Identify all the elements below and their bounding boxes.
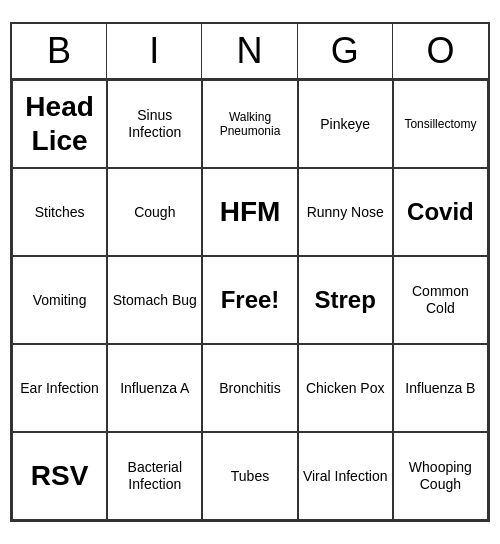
bingo-cell-20: RSV — [12, 432, 107, 520]
bingo-cell-10: Vomiting — [12, 256, 107, 344]
bingo-cell-18: Chicken Pox — [298, 344, 393, 432]
bingo-letter-n: N — [202, 24, 297, 78]
bingo-cell-24: Whooping Cough — [393, 432, 488, 520]
bingo-cell-13: Strep — [298, 256, 393, 344]
bingo-letter-i: I — [107, 24, 202, 78]
bingo-grid: Head LiceSinus InfectionWalking Pneumoni… — [12, 80, 488, 520]
bingo-cell-9: Covid — [393, 168, 488, 256]
bingo-cell-0: Head Lice — [12, 80, 107, 168]
bingo-cell-6: Cough — [107, 168, 202, 256]
bingo-cell-14: Common Cold — [393, 256, 488, 344]
bingo-cell-11: Stomach Bug — [107, 256, 202, 344]
bingo-cell-16: Influenza A — [107, 344, 202, 432]
bingo-cell-5: Stitches — [12, 168, 107, 256]
bingo-cell-23: Viral Infection — [298, 432, 393, 520]
bingo-cell-22: Tubes — [202, 432, 297, 520]
bingo-cell-17: Bronchitis — [202, 344, 297, 432]
bingo-card: BINGO Head LiceSinus InfectionWalking Pn… — [10, 22, 490, 522]
bingo-cell-4: Tonsillectomy — [393, 80, 488, 168]
bingo-cell-12: Free! — [202, 256, 297, 344]
bingo-letter-g: G — [298, 24, 393, 78]
bingo-cell-2: Walking Pneumonia — [202, 80, 297, 168]
bingo-cell-1: Sinus Infection — [107, 80, 202, 168]
bingo-cell-8: Runny Nose — [298, 168, 393, 256]
bingo-letter-b: B — [12, 24, 107, 78]
bingo-cell-7: HFM — [202, 168, 297, 256]
bingo-header: BINGO — [12, 24, 488, 80]
bingo-cell-3: Pinkeye — [298, 80, 393, 168]
bingo-cell-15: Ear Infection — [12, 344, 107, 432]
bingo-cell-19: Influenza B — [393, 344, 488, 432]
bingo-cell-21: Bacterial Infection — [107, 432, 202, 520]
bingo-letter-o: O — [393, 24, 488, 78]
